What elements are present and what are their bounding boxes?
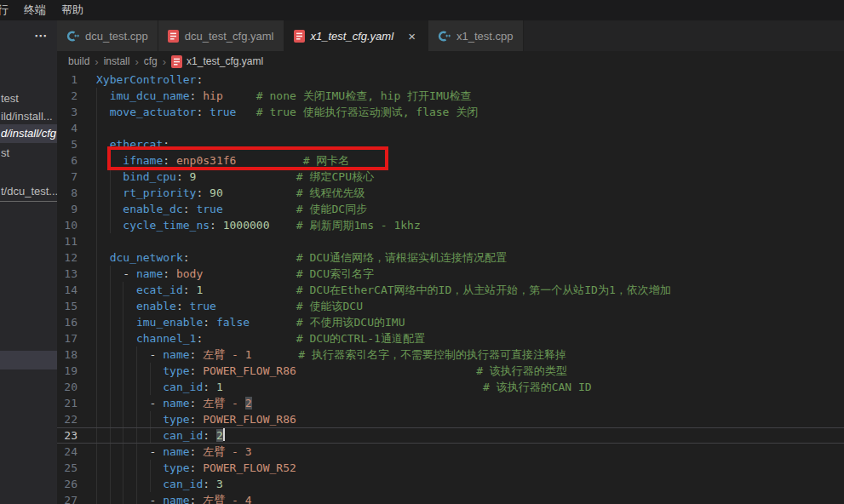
line-content[interactable]: enable_dc: true # 使能DC同步: [96, 201, 844, 217]
menu-item-run[interactable]: 行: [0, 3, 16, 18]
indent-guide: [110, 476, 111, 492]
code-token: enable_dc: [123, 203, 182, 215]
menu-item-terminal[interactable]: 终端: [16, 3, 54, 18]
breadcrumb-item[interactable]: install: [104, 55, 130, 67]
tab-x1_test.cpp[interactable]: x1_test.cpp: [428, 20, 524, 51]
code-line: 4: [57, 120, 844, 136]
code-token: true: [196, 203, 222, 215]
line-content[interactable]: type: POWER_FLOW_R86: [96, 411, 844, 427]
tab-dcu_test_cfg.yaml[interactable]: dcu_test_cfg.yaml: [158, 20, 284, 51]
code-token: # 使能DC同步: [296, 203, 367, 215]
indent-guide: [96, 185, 97, 201]
line-content[interactable]: bind_cpu: 9 # 绑定CPU核心: [96, 169, 844, 185]
line-content[interactable]: type: POWER_FLOW_R52: [96, 460, 844, 476]
code-token: 左臂 - 4: [203, 494, 251, 504]
code-token: dcu_network: [110, 251, 183, 264]
indent-guide: [96, 282, 97, 298]
line-content[interactable]: ecat_id: 1 # DCU在EtherCAT网络中的ID，从主站开始，第一…: [96, 282, 844, 298]
sidebar-item[interactable]: d/install/cfg: [0, 124, 57, 143]
indent-guide: [136, 411, 137, 427]
code-token: :: [176, 300, 190, 312]
line-content[interactable]: rt_priority: 90 # 线程优先级: [96, 185, 844, 201]
code-line: 23 can_id: 2: [57, 427, 844, 444]
indent-guide: [150, 379, 151, 395]
menu-bar: 行终端帮助: [0, 0, 844, 20]
line-number: 3: [57, 104, 96, 120]
line-content[interactable]: imu_dcu_name: hip # none 关闭IMU检查, hip 打开…: [96, 88, 844, 104]
indent-guide: [110, 282, 111, 298]
line-content[interactable]: [96, 233, 844, 249]
close-tab-icon[interactable]: ×: [405, 30, 418, 43]
code-line: 18 - name: 左臂 - 1 # 执行器索引名字，不需要控制的执行器可直接…: [57, 346, 844, 363]
indent-guide: [110, 217, 111, 233]
indent-guide: [136, 363, 137, 379]
line-content[interactable]: dcu_network: # DCU通信网络，请根据实机连接情况配置: [96, 249, 844, 266]
code-token: ethercat: [110, 138, 164, 151]
line-content[interactable]: can_id: 1 # 该执行器的CAN ID: [96, 379, 844, 395]
code-token: # 线程优先级: [296, 186, 365, 199]
indent-guide: [110, 427, 111, 444]
code-token: [223, 203, 296, 215]
sidebar-item[interactable]: t/dcu_test...: [0, 181, 57, 202]
line-number: 5: [57, 136, 96, 152]
code-token: [96, 413, 163, 426]
line-content[interactable]: type: POWER_FLOW_R86 # 该执行器的类型: [96, 363, 844, 379]
breadcrumb-file[interactable]: x1_test_cfg.yaml: [171, 55, 263, 68]
sidebar-item[interactable]: ild/install...: [0, 107, 57, 126]
code-token: -: [96, 348, 163, 361]
tab-x1_test_cfg.yaml[interactable]: x1_test_cfg.yaml×: [284, 20, 429, 51]
code-token: :: [210, 219, 223, 232]
sidebar-item[interactable]: test: [0, 89, 57, 108]
more-actions-icon[interactable]: ⋯: [34, 28, 48, 43]
line-content[interactable]: cycle_time_ns: 1000000 # 刷新周期1ms - 1khz: [96, 217, 844, 233]
code-line: 16 imu_enable: false # 不使用该DCU的IMU: [57, 314, 844, 330]
indent-guide: [123, 298, 123, 314]
breadcrumb-item[interactable]: build: [68, 55, 89, 67]
line-number: 19: [57, 363, 96, 379]
line-content[interactable]: - name: 左臂 - 1 # 执行器索引名字，不需要控制的执行器可直接注释掉: [96, 346, 844, 363]
tab-bar: dcu_test.cppdcu_test_cfg.yamlx1_test_cfg…: [57, 20, 844, 51]
sidebar-item[interactable]: st: [0, 144, 57, 163]
code-token: [96, 138, 110, 151]
line-content[interactable]: ethercat:: [96, 136, 844, 152]
code-token: # 绑定CPU核心: [296, 170, 374, 183]
code-line: 15 enable: true # 使能该DCU: [57, 298, 844, 314]
line-content[interactable]: - name: body # DCU索引名字: [96, 266, 844, 282]
line-content[interactable]: channel_1: # DCU的CTRL-1通道配置: [96, 330, 844, 346]
code-area: 1XyberController:2 imu_dcu_name: hip # n…: [57, 72, 844, 504]
code-token: [196, 170, 296, 183]
line-content[interactable]: - name: 左臂 - 2: [96, 395, 844, 411]
indent-guide: [123, 395, 123, 411]
breadcrumb-item[interactable]: cfg: [144, 55, 158, 67]
indent-guide: [96, 476, 97, 492]
code-token: [96, 364, 163, 377]
code-token: # 执行器索引名字，不需要控制的执行器可直接注释掉: [298, 348, 566, 361]
indent-guide: [96, 346, 97, 363]
line-content[interactable]: XyberController:: [96, 72, 844, 88]
indent-guide: [150, 460, 151, 476]
line-content[interactable]: can_id: 2: [96, 427, 844, 444]
sidebar-header: ⋯: [0, 20, 57, 51]
indent-guide: [110, 201, 111, 217]
code-line: 13 - name: body # DCU索引名字: [57, 266, 844, 282]
code-token: :: [203, 478, 216, 490]
chevron-right-icon: ›: [135, 55, 138, 68]
menu-item-help[interactable]: 帮助: [54, 3, 91, 18]
code-token: [270, 219, 296, 232]
line-content[interactable]: ifname: enp0s31f6 # 网卡名: [96, 152, 844, 169]
code-token: # 该执行器的类型: [476, 364, 567, 377]
line-content[interactable]: [96, 120, 844, 136]
code-token: false: [216, 316, 250, 329]
line-content[interactable]: enable: true # 使能该DCU: [96, 298, 844, 314]
line-content[interactable]: imu_enable: false # 不使用该DCU的IMU: [96, 314, 844, 330]
line-content[interactable]: - name: 左臂 - 4: [96, 492, 844, 504]
indent-guide: [136, 444, 137, 460]
line-content[interactable]: - name: 左臂 - 3: [96, 444, 844, 460]
code-line: 1XyberController:: [57, 72, 844, 88]
line-content[interactable]: move_actuator: true # true 使能执行器运动测试, fl…: [96, 104, 844, 120]
code-token: # none 关闭IMU检查, hip 打开IMU检查: [256, 89, 472, 102]
indent-guide: [136, 395, 137, 411]
tab-dcu_test.cpp[interactable]: dcu_test.cpp: [57, 20, 158, 51]
line-content[interactable]: can_id: 3: [96, 476, 844, 492]
sidebar-item[interactable]: [0, 351, 57, 369]
